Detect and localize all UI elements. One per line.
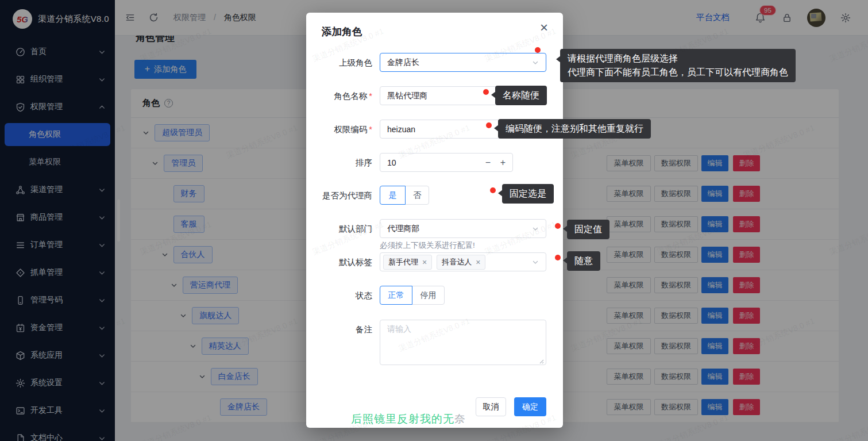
tag-item: 新手代理× bbox=[383, 255, 432, 270]
dept-select[interactable]: 代理商部 bbox=[380, 219, 546, 238]
tags-multiselect[interactable]: 新手代理× 抖音达人× bbox=[380, 252, 546, 271]
field-label: 默认标签 bbox=[306, 257, 372, 268]
dept-helper-text: 必须按上下级关系进行配置! bbox=[380, 240, 475, 251]
close-icon[interactable]: × bbox=[540, 21, 548, 34]
remove-tag-icon[interactable]: × bbox=[476, 258, 480, 266]
status-normal-button[interactable]: 正常 bbox=[380, 286, 412, 305]
required-asterisk: * bbox=[369, 125, 372, 134]
field-label: 权限编码* bbox=[306, 124, 372, 135]
required-asterisk: * bbox=[369, 91, 372, 101]
sort-input[interactable] bbox=[387, 158, 473, 167]
chevron-down-icon bbox=[532, 259, 539, 266]
decrease-button[interactable]: − bbox=[485, 158, 491, 168]
add-role-modal: 添加角色 × 上级角色 金牌店长 角色名称* 权限编码* 排序 − + 是否为代… bbox=[306, 13, 563, 428]
perm-code-input[interactable] bbox=[387, 125, 539, 134]
is-agent-yes-button[interactable]: 是 bbox=[380, 186, 406, 205]
remove-tag-icon[interactable]: × bbox=[422, 258, 427, 266]
chevron-down-icon bbox=[532, 225, 539, 232]
confirm-button[interactable]: 确定 bbox=[514, 397, 546, 416]
field-label: 角色名称* bbox=[306, 91, 372, 102]
field-label: 是否为代理商 bbox=[306, 190, 372, 201]
modal-title: 添加角色 bbox=[322, 25, 362, 39]
field-label: 状态 bbox=[306, 290, 372, 301]
sort-number-input: − + bbox=[380, 153, 513, 172]
field-label: 排序 bbox=[306, 158, 372, 168]
remark-textarea[interactable] bbox=[380, 320, 546, 365]
role-name-input[interactable] bbox=[387, 91, 539, 101]
status-disabled-button[interactable]: 停用 bbox=[412, 286, 445, 305]
perm-code-input-wrap bbox=[380, 120, 546, 139]
role-name-input-wrap bbox=[380, 86, 546, 105]
increase-button[interactable]: + bbox=[500, 158, 506, 168]
tag-item: 抖音达人× bbox=[437, 255, 485, 270]
cancel-button[interactable]: 取消 bbox=[476, 397, 506, 416]
chevron-down-icon bbox=[532, 59, 539, 66]
is-agent-no-button[interactable]: 否 bbox=[405, 186, 429, 205]
field-label: 上级角色 bbox=[306, 57, 372, 68]
field-label: 默认部门 bbox=[306, 224, 372, 235]
field-label: 备注 bbox=[306, 324, 372, 335]
parent-role-select[interactable]: 金牌店长 bbox=[380, 53, 546, 72]
